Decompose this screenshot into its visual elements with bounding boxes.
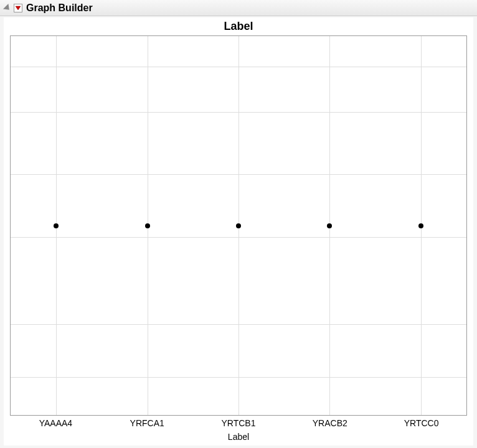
x-tick-label[interactable]: YRTCC0 — [404, 418, 439, 428]
data-point[interactable] — [327, 223, 332, 228]
plot-area[interactable] — [10, 35, 467, 416]
plot-wrapper: YAAAA4YRFCA1YRTCB1YRACB2YRTCC0 Label — [4, 35, 473, 446]
data-point[interactable] — [418, 223, 423, 228]
disclosure-triangle-icon[interactable] — [3, 3, 12, 12]
x-tick-label[interactable]: YRTCB1 — [222, 418, 256, 428]
panel-title: Graph Builder — [26, 2, 93, 14]
red-triangle-menu-icon[interactable] — [14, 4, 22, 12]
data-point[interactable] — [236, 223, 241, 228]
x-tick-label[interactable]: YRFCA1 — [130, 418, 164, 428]
chart-container: Label YAAAA4YRFCA1YRTCB1YRACB2YRTCC0 Lab… — [4, 17, 473, 446]
x-tick-labels: YAAAA4YRFCA1YRTCB1YRACB2YRTCC0 — [10, 418, 467, 431]
chart-title[interactable]: Label — [4, 17, 473, 35]
data-point[interactable] — [54, 223, 59, 228]
x-tick-label[interactable]: YRACB2 — [313, 418, 347, 428]
x-axis-label[interactable]: Label — [10, 431, 467, 443]
data-point[interactable] — [145, 223, 150, 228]
panel-header: Graph Builder — [0, 0, 477, 16]
x-tick-label[interactable]: YAAAA4 — [39, 418, 72, 428]
svg-marker-0 — [16, 6, 21, 10]
